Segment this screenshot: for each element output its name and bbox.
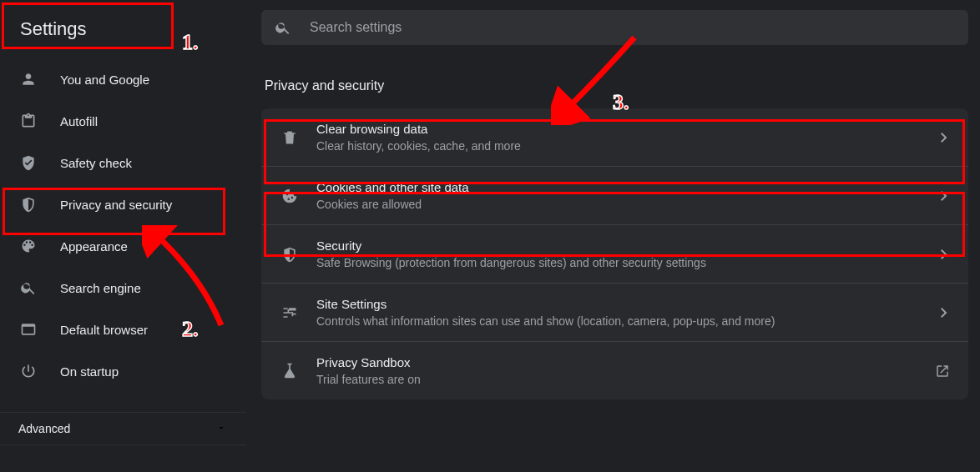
- row-title: Security: [316, 239, 938, 253]
- row-title: Privacy Sandbox: [316, 355, 935, 369]
- chevron-right-icon: [938, 191, 950, 201]
- clipboard-icon: [20, 113, 37, 129]
- row-desc: Safe Browsing (protection from dangerous…: [316, 256, 938, 269]
- flask-icon: [281, 363, 298, 379]
- advanced-toggle[interactable]: Advanced: [0, 412, 246, 445]
- chevron-down-icon: [216, 422, 226, 435]
- sidebar-item-default-browser[interactable]: Default browser: [0, 309, 246, 350]
- section-title: Privacy and security: [261, 68, 968, 108]
- row-title: Clear browsing data: [316, 122, 938, 136]
- search-bar[interactable]: [261, 10, 968, 45]
- page-title: Settings: [0, 10, 246, 52]
- browser-icon: [20, 321, 37, 338]
- row-title: Site Settings: [316, 297, 938, 311]
- sidebar-item-label: Default browser: [60, 323, 148, 337]
- sliders-icon: [281, 304, 298, 321]
- settings-list: Clear browsing data Clear history, cooki…: [261, 108, 968, 399]
- row-desc: Controls what information sites can use …: [316, 314, 938, 328]
- sidebar: Settings You and Google Autofill Safety …: [0, 0, 246, 472]
- cookie-icon: [281, 188, 298, 204]
- shield-check-icon: [20, 154, 37, 171]
- chevron-right-icon: [938, 133, 950, 143]
- sidebar-item-appearance[interactable]: Appearance: [0, 225, 246, 267]
- sidebar-item-you-and-google[interactable]: You and Google: [0, 58, 246, 100]
- search-input[interactable]: [310, 20, 955, 35]
- sidebar-item-safety-check[interactable]: Safety check: [0, 142, 246, 183]
- trash-icon: [281, 129, 298, 146]
- row-title: Cookies and other site data: [316, 180, 938, 194]
- sidebar-item-label: Appearance: [60, 239, 128, 254]
- row-desc: Cookies are allowed: [316, 198, 938, 211]
- shield-icon: [281, 246, 298, 263]
- sidebar-item-privacy-security[interactable]: Privacy and security: [0, 183, 246, 225]
- main-content: Privacy and security Clear browsing data…: [246, 0, 980, 472]
- person-icon: [20, 71, 37, 88]
- chevron-right-icon: [938, 249, 950, 259]
- row-security[interactable]: Security Safe Browsing (protection from …: [261, 224, 968, 283]
- row-clear-browsing-data[interactable]: Clear browsing data Clear history, cooki…: [261, 108, 968, 166]
- power-icon: [20, 363, 37, 379]
- row-privacy-sandbox[interactable]: Privacy Sandbox Trial features are on: [261, 341, 968, 399]
- shield-icon: [20, 196, 37, 213]
- row-cookies[interactable]: Cookies and other site data Cookies are …: [261, 166, 968, 224]
- sidebar-item-autofill[interactable]: Autofill: [0, 100, 246, 142]
- sidebar-item-label: Privacy and security: [60, 198, 172, 212]
- sidebar-item-label: You and Google: [60, 73, 149, 87]
- palette-icon: [20, 238, 37, 254]
- sidebar-item-label: Search engine: [60, 281, 141, 295]
- sidebar-nav: You and Google Autofill Safety check Pri…: [0, 52, 246, 392]
- sidebar-item-search-engine[interactable]: Search engine: [0, 267, 246, 309]
- row-desc: Trial features are on: [316, 373, 935, 386]
- sidebar-item-label: On startup: [60, 364, 119, 379]
- sidebar-item-label: Safety check: [60, 156, 132, 170]
- external-link-icon: [935, 364, 950, 379]
- search-icon: [275, 19, 291, 36]
- advanced-label: Advanced: [18, 422, 70, 435]
- search-icon: [20, 279, 37, 296]
- sidebar-item-on-startup[interactable]: On startup: [0, 350, 246, 392]
- row-site-settings[interactable]: Site Settings Controls what information …: [261, 283, 968, 341]
- row-desc: Clear history, cookies, cache, and more: [316, 139, 938, 153]
- sidebar-item-label: Autofill: [60, 114, 98, 128]
- chevron-right-icon: [938, 308, 950, 318]
